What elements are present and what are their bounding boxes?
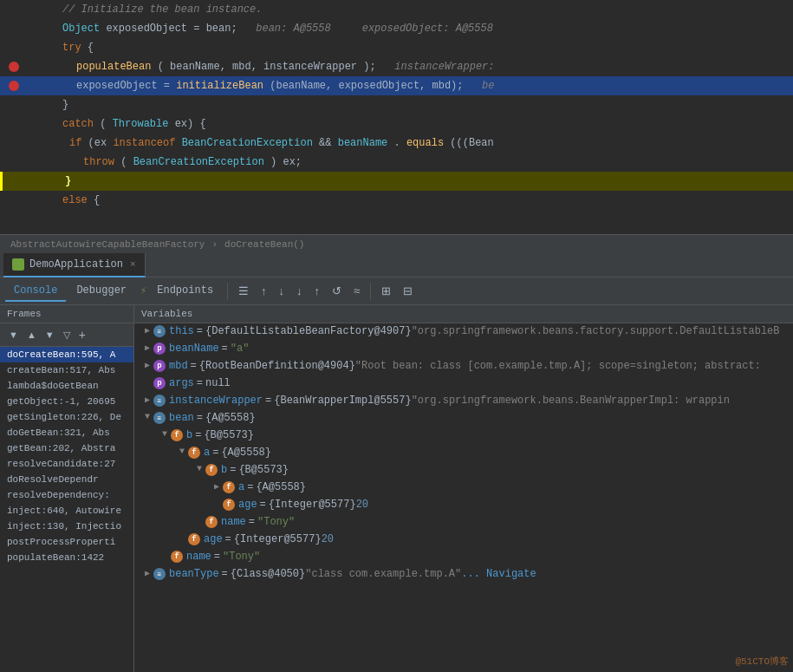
code-token: (ex (88, 137, 114, 149)
breakpoint-indicator (9, 62, 19, 72)
var-expand-icon[interactable]: ▼ (193, 464, 205, 473)
frames-nav-down2-btn[interactable]: ▼ (42, 328, 58, 342)
frame-item[interactable]: inject:130, Injectio (0, 519, 133, 534)
frames-panel: Frames ▼ ▲ ▼ ▽ + doCreateBean:595, Acrea… (0, 305, 134, 672)
toolbar-menu-btn[interactable]: ☰ (233, 282, 254, 300)
variable-row[interactable]: ▶≡instanceWrapper = {BeanWrapperImpl@555… (134, 393, 793, 410)
var-type-badge: ≡ (153, 412, 166, 424)
var-navigate-link[interactable]: ... Navigate (461, 568, 536, 580)
debug-toolbar: Console Debugger ⚡ Endpoints ☰ ↑ ↓ ↓ ↑ ↺… (0, 277, 793, 305)
code-token: exposedObject = bean; (106, 23, 250, 35)
code-line: Object exposedObject = bean; bean: A@555… (0, 19, 793, 38)
variable-row[interactable]: ▶pbeanName = "a" (134, 341, 793, 358)
variable-row[interactable]: ▼≡bean = {A@5558} (134, 410, 793, 427)
var-type-badge: ≡ (153, 325, 166, 337)
var-expand-icon[interactable]: ▼ (141, 412, 153, 421)
line-content: } (58, 175, 793, 187)
var-value: "Tony" (257, 516, 295, 528)
toolbar-run-to-cursor-btn[interactable]: ↺ (327, 282, 347, 300)
code-token: initializeBean (176, 80, 263, 92)
variables-list: ▶≡this = {DefaultListableBeanFactory@490… (134, 323, 793, 584)
var-expand-icon[interactable]: ▶ (141, 325, 153, 336)
breadcrumb-item[interactable]: doCreateBean() (224, 239, 304, 250)
var-equals: = (212, 447, 218, 459)
var-value: {DefaultListableBeanFactory@4907} (205, 325, 412, 337)
frame-item[interactable]: postProcessProperti (0, 534, 133, 550)
frame-item[interactable]: inject:640, Autowire (0, 503, 133, 519)
var-value: {Integer@5577} (269, 499, 356, 511)
toolbar-table-btn[interactable]: ⊞ (376, 282, 396, 300)
frames-filter-btn[interactable]: ▽ (60, 328, 74, 343)
frame-item[interactable]: doGetBean:321, Abs (0, 425, 133, 440)
code-token: else (62, 194, 88, 206)
var-expand-icon[interactable]: ▶ (141, 395, 153, 405)
var-name: bean (169, 412, 194, 424)
variable-row[interactable]: ▶≡beanType = {Class@4050} "class com.exa… (134, 566, 793, 584)
code-token: ); (363, 61, 388, 73)
var-value: {Integer@5577} (234, 533, 322, 545)
frame-item[interactable]: resolveDependency: (0, 487, 133, 503)
toolbar-evaluate-btn[interactable]: ≈ (348, 282, 365, 300)
toolbar-step-over-btn[interactable]: ↓ (274, 282, 290, 300)
variable-row[interactable]: fage = {Integer@5577} 20 (134, 532, 793, 549)
frame-item[interactable]: getSingleton:226, De (0, 409, 133, 425)
frame-item[interactable]: createBean:517, Abs (0, 362, 133, 378)
console-tab[interactable]: Console (5, 281, 66, 302)
frame-item[interactable]: getBean:202, Abstra (0, 440, 133, 456)
var-expand-icon[interactable]: ▼ (159, 429, 171, 439)
line-content: else { (55, 194, 793, 206)
var-name: a (238, 481, 244, 493)
var-name: a (204, 447, 210, 459)
endpoints-tab[interactable]: Endpoints (148, 281, 222, 302)
variable-row[interactable]: fage = {Integer@5577} 20 (134, 497, 793, 514)
frame-item[interactable]: doCreateBean:595, A (0, 347, 133, 362)
var-type-badge: p (153, 377, 166, 389)
toolbar-step-into-btn[interactable]: ↓ (291, 282, 308, 300)
variable-row[interactable]: ▶≡this = {DefaultListableBeanFactory@490… (134, 323, 793, 341)
toolbar-step-out-btn[interactable]: ↑ (309, 282, 326, 300)
breadcrumb-item[interactable]: AbstractAutowireCapableBeanFactory (10, 239, 205, 250)
breakpoint-indicator (9, 81, 19, 91)
frame-item[interactable]: lambda$doGetBean (0, 378, 133, 394)
variable-row[interactable]: fname = "Tony" (134, 549, 793, 566)
var-expand-icon[interactable]: ▶ (211, 481, 223, 492)
app-icon (12, 258, 24, 271)
toolbar-resume-btn[interactable]: ↑ (256, 282, 272, 300)
code-line: populateBean ( beanName, mbd, instanceWr… (0, 57, 793, 76)
frame-item[interactable]: doResolveDependr (0, 472, 133, 487)
variable-row[interactable]: pargs = null (134, 375, 793, 393)
variable-row[interactable]: ▼fa = {A@5558} (134, 445, 793, 462)
var-expand-icon[interactable]: ▶ (141, 343, 153, 353)
code-line: // Initialize the bean instance. (0, 0, 793, 19)
toolbar-columns-btn[interactable]: ⊟ (398, 282, 418, 300)
variable-row[interactable]: ▼fb = {B@5573} (134, 462, 793, 480)
debugger-tab[interactable]: Debugger (68, 281, 135, 302)
variable-row[interactable]: ▼fb = {B@5573} (134, 427, 793, 445)
frame-item[interactable]: resolveCandidate:27 (0, 456, 133, 472)
var-expand-icon[interactable]: ▶ (141, 360, 153, 370)
frames-nav-down-btn[interactable]: ▲ (23, 328, 40, 342)
code-token: } (65, 175, 71, 187)
var-type-badge: f (223, 499, 235, 511)
var-value: "a" (231, 343, 250, 355)
code-line: catch ( Throwable ex) { (0, 114, 793, 134)
variables-header: Variables (134, 305, 793, 323)
frame-item[interactable]: populateBean:1422 (0, 550, 133, 565)
debug-value: be (482, 80, 494, 92)
var-expand-icon[interactable]: ▼ (176, 447, 188, 456)
var-value: {A@5558} (205, 412, 256, 424)
variable-row[interactable]: fname = "Tony" (134, 514, 793, 532)
tab-close-icon[interactable]: × (130, 259, 136, 270)
var-type-badge: ≡ (153, 568, 166, 580)
tab-label: DemoApplication (29, 258, 123, 271)
frame-item[interactable]: getObject:-1, 20695 (0, 394, 133, 409)
var-value: {A@5558} (256, 481, 306, 493)
code-line: } (0, 95, 793, 114)
var-expand-icon[interactable]: ▶ (141, 568, 153, 578)
app-tab[interactable]: DemoApplication × (3, 253, 146, 277)
variable-row[interactable]: ▶fa = {A@5558} (134, 480, 793, 497)
frames-add-btn[interactable]: + (75, 326, 89, 343)
variable-row[interactable]: ▶pmbd = {RootBeanDefinition@4904} "Root … (134, 358, 793, 375)
code-token: ) ex; (270, 156, 302, 168)
frames-nav-up-btn[interactable]: ▼ (5, 328, 22, 342)
